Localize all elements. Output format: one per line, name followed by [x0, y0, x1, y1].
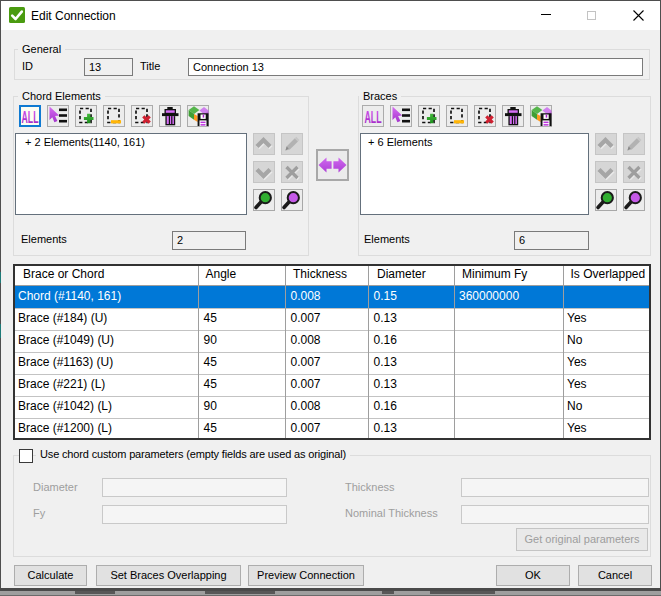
svg-text:ALL: ALL	[365, 108, 382, 127]
svg-text:ALL: ALL	[22, 108, 39, 127]
